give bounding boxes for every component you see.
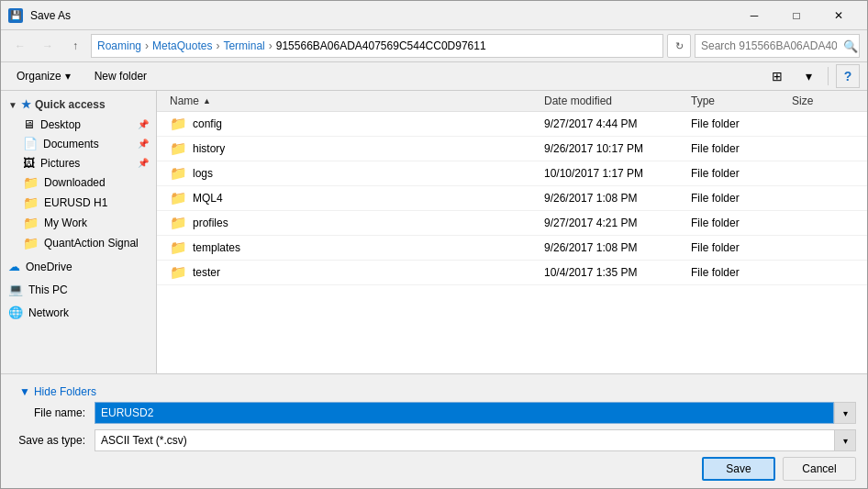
close-button[interactable]: ✕ — [818, 1, 860, 30]
new-folder-button[interactable]: New folder — [86, 64, 155, 88]
organize-chevron-icon: ▾ — [65, 70, 71, 83]
sidebar-item-quantaction-label: QuantAction Signal — [44, 237, 139, 250]
breadcrumb-sep-1: › — [145, 39, 149, 52]
maximize-button[interactable]: □ — [775, 1, 818, 30]
hide-folders-row[interactable]: ▼ Hide Folders — [12, 382, 856, 402]
col-header-name[interactable]: Name ▲ — [164, 91, 539, 111]
quick-access-chevron-icon: ▼ — [8, 100, 17, 110]
quick-access-header[interactable]: ▼ ★ Quick access — [1, 94, 156, 115]
save-button[interactable]: Save — [702, 457, 775, 481]
filename-dropdown-button[interactable]: ▾ — [834, 402, 856, 424]
file-cell-date: 10/10/2017 1:17 PM — [539, 161, 685, 185]
organize-label: Organize — [17, 70, 61, 83]
folder-icon: 📁 — [170, 140, 187, 157]
refresh-button[interactable]: ↻ — [667, 34, 691, 58]
folder-icon: 📁 — [170, 264, 187, 281]
file-cell-name: 📁 templates — [164, 236, 539, 260]
file-cell-date: 9/26/2017 1:08 PM — [539, 186, 685, 210]
search-icon-button[interactable]: 🔍 — [843, 39, 858, 53]
breadcrumb-roaming[interactable]: Roaming — [97, 39, 141, 52]
organize-button[interactable]: Organize ▾ — [8, 64, 79, 88]
window-icon: 💾 — [8, 8, 23, 23]
sidebar-item-onedrive[interactable]: ☁ OneDrive — [1, 257, 156, 276]
toolbar: Organize ▾ New folder ⊞ ▾ ? — [1, 62, 867, 91]
file-cell-type: File folder — [685, 211, 786, 235]
file-cell-date: 9/27/2017 4:44 PM — [539, 112, 685, 136]
table-row[interactable]: 📁 tester 10/4/2017 1:35 PM File folder — [157, 261, 867, 285]
quick-access-text: Quick access — [35, 98, 106, 111]
cancel-button[interactable]: Cancel — [783, 457, 856, 481]
breadcrumb-metaquotes[interactable]: MetaQuotes — [152, 39, 212, 52]
quantaction-folder-icon: 📁 — [23, 236, 39, 250]
file-cell-name: 📁 tester — [164, 261, 539, 284]
col-header-type[interactable]: Type — [685, 91, 786, 111]
file-cell-name: 📁 logs — [164, 161, 539, 185]
table-row[interactable]: 📁 templates 9/26/2017 1:08 PM File folde… — [157, 236, 867, 261]
pin-icon-pictures: 📌 — [138, 158, 149, 168]
file-cell-size — [786, 186, 860, 210]
file-cell-date: 9/27/2017 4:21 PM — [539, 211, 685, 235]
table-row[interactable]: 📁 profiles 9/27/2017 4:21 PM File folder — [157, 211, 867, 236]
pin-icon-desktop: 📌 — [138, 119, 149, 129]
sidebar-item-network[interactable]: 🌐 Network — [1, 303, 156, 322]
savetype-select[interactable]: ASCII Text (*.csv)CSV (*.csv)Text (*.txt… — [95, 429, 856, 451]
bottom-bar: ▼ Hide Folders File name: ▾ Save as type… — [1, 373, 867, 488]
sidebar-item-mywork-label: My Work — [44, 217, 87, 229]
pictures-icon: 🖼 — [23, 156, 35, 170]
file-cell-date: 9/26/2017 1:08 PM — [539, 236, 685, 260]
sidebar-item-eurusd[interactable]: 📁 EURUSD H1 — [1, 193, 156, 213]
desktop-icon: 🖥 — [23, 117, 35, 131]
new-folder-label: New folder — [95, 70, 147, 83]
table-row[interactable]: 📁 MQL4 9/26/2017 1:08 PM File folder — [157, 186, 867, 211]
forward-button[interactable]: → — [36, 34, 60, 58]
quick-access-label: ★ — [21, 98, 31, 111]
breadcrumb-terminal[interactable]: Terminal — [223, 39, 264, 52]
col-header-size[interactable]: Size — [786, 91, 860, 111]
help-button[interactable]: ? — [836, 64, 860, 88]
file-list-header: Name ▲ Date modified Type Size — [157, 91, 867, 112]
sidebar-item-mywork[interactable]: 📁 My Work — [1, 213, 156, 233]
file-cell-type: File folder — [685, 261, 786, 284]
sidebar-item-network-label: Network — [28, 306, 69, 319]
sidebar-item-downloaded[interactable]: 📁 Downloaded — [1, 172, 156, 193]
toolbar-separator — [828, 67, 829, 85]
filename-input[interactable] — [95, 402, 834, 424]
back-button[interactable]: ← — [8, 34, 32, 58]
folder-icon: 📁 — [170, 215, 187, 231]
table-row[interactable]: 📁 history 9/26/2017 10:17 PM File folder — [157, 137, 867, 161]
minimize-button[interactable]: ─ — [733, 1, 775, 30]
folder-icon: 📁 — [170, 239, 187, 256]
sidebar-item-desktop[interactable]: 🖥 Desktop 📌 — [1, 115, 156, 134]
view-options-button[interactable]: ▾ — [796, 64, 820, 88]
hide-folders-chevron-icon: ▼ — [19, 385, 30, 398]
file-cell-size — [786, 161, 860, 185]
sidebar-item-thispc-label: This PC — [28, 283, 68, 296]
sidebar-item-downloaded-label: Downloaded — [44, 176, 106, 189]
sidebar-item-quantaction[interactable]: 📁 QuantAction Signal — [1, 233, 156, 253]
view-toggle-button[interactable]: ⊞ — [765, 64, 789, 88]
file-cell-size — [786, 112, 860, 136]
file-cell-date: 10/4/2017 1:35 PM — [539, 261, 685, 284]
documents-icon: 📄 — [23, 137, 38, 150]
file-cell-type: File folder — [685, 112, 786, 136]
file-cell-name: 📁 config — [164, 112, 539, 136]
file-cell-type: File folder — [685, 137, 786, 161]
filename-input-wrap: ▾ — [95, 402, 856, 424]
up-button[interactable]: ↑ — [63, 34, 87, 58]
sidebar-item-pictures-label: Pictures — [40, 157, 80, 170]
downloaded-folder-icon: 📁 — [23, 175, 39, 190]
network-icon: 🌐 — [8, 306, 23, 319]
breadcrumb-bar: Roaming › MetaQuotes › Terminal › 915566… — [91, 34, 663, 58]
sidebar-item-pictures[interactable]: 🖼 Pictures 📌 — [1, 153, 156, 172]
filename-label: File name: — [12, 406, 95, 419]
eurusd-folder-icon: 📁 — [23, 195, 39, 210]
window-title: Save As — [30, 9, 733, 22]
sidebar-item-documents[interactable]: 📄 Documents 📌 — [1, 134, 156, 153]
search-input[interactable] — [695, 34, 860, 58]
mywork-folder-icon: 📁 — [23, 216, 39, 230]
sidebar: ▼ ★ Quick access 🖥 Desktop 📌 📄 Documents… — [1, 91, 157, 373]
col-header-date[interactable]: Date modified — [539, 91, 685, 111]
table-row[interactable]: 📁 logs 10/10/2017 1:17 PM File folder — [157, 161, 867, 186]
sidebar-item-thispc[interactable]: 💻 This PC — [1, 280, 156, 299]
table-row[interactable]: 📁 config 9/27/2017 4:44 PM File folder — [157, 112, 867, 137]
